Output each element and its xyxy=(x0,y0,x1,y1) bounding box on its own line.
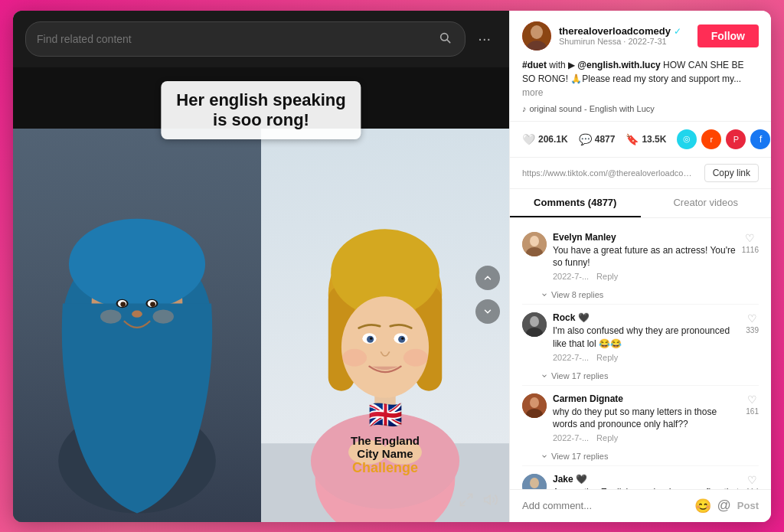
comment-meta: 2022-7-... Reply xyxy=(553,353,740,362)
heart-icon: 🤍 xyxy=(522,133,535,145)
avatar xyxy=(522,21,551,51)
comment-text: You have a great future as an actress! Y… xyxy=(553,244,736,270)
svg-point-7 xyxy=(69,218,205,309)
england-text3: Challenge xyxy=(351,460,420,476)
comment-like-button[interactable]: ♡ 114 xyxy=(746,474,759,488)
chevron-up-icon xyxy=(482,273,493,283)
likes-stat: 🤍 206.1K xyxy=(522,133,568,145)
comment-avatar xyxy=(522,232,547,256)
share-embed-button[interactable]: ◎ xyxy=(677,129,697,149)
tabs-row: Comments (4877) Creator videos xyxy=(510,189,771,218)
comment-item: Evelyn Manley You have a great future as… xyxy=(510,224,771,289)
share-link-button[interactable]: r xyxy=(701,129,721,149)
search-bar: ··· xyxy=(13,11,509,67)
sound-label: original sound - English with Lucy xyxy=(530,104,655,113)
comment-username: Evelyn Manley xyxy=(553,232,736,243)
england-challenge-box: 🇬🇧 The England City Name Challenge xyxy=(351,399,420,476)
comment-item: Rock 🖤 I'm also confused why they are pr… xyxy=(510,305,771,370)
reply-link[interactable]: Reply xyxy=(596,272,618,281)
svg-line-39 xyxy=(461,501,466,505)
bottom-controls xyxy=(459,492,498,511)
comment-like-button[interactable]: ♡ 339 xyxy=(746,312,759,362)
emoji-button[interactable]: 😊 xyxy=(694,498,711,514)
tab-creator-videos[interactable]: Creator videos xyxy=(641,189,772,217)
creator-subname: Shumirun Nessa · 2022-7-31 xyxy=(559,37,690,46)
comment-body: Rock 🖤 I'm also confused why they are pr… xyxy=(553,312,740,362)
video-info: therealoverloadcomedy ✓ Shumirun Nessa ·… xyxy=(510,11,771,122)
comment-like-count: 1116 xyxy=(742,246,759,254)
video-frames: 🇬🇧 The England City Name Challenge xyxy=(13,129,509,522)
comment-like-button[interactable]: ♡ 1116 xyxy=(742,232,759,282)
verified-icon: ✓ xyxy=(674,26,681,37)
comment-body: Carmen Dignate why do they put so many l… xyxy=(553,393,740,443)
avatar-image xyxy=(522,21,551,51)
volume-button[interactable] xyxy=(483,492,498,511)
comment-username: Jake 🖤 xyxy=(553,474,740,485)
comments-stat: 💬 4877 xyxy=(579,133,616,145)
comment-like-count: 339 xyxy=(746,326,759,335)
link-row: https://www.tiktok.com/@therealoverloadc… xyxy=(510,158,771,189)
comment-icon: 💬 xyxy=(579,133,592,145)
caption-box: Her english speaking is soo rong! xyxy=(161,81,361,139)
svg-point-42 xyxy=(531,25,543,39)
heart-icon: ♡ xyxy=(747,474,757,486)
search-icon-button[interactable] xyxy=(436,28,454,50)
svg-line-38 xyxy=(468,494,472,498)
copy-link-button[interactable]: Copy link xyxy=(704,164,759,182)
share-twitter-button[interactable]: P xyxy=(726,129,746,149)
likes-count: 206.1K xyxy=(538,134,568,145)
scroll-up-button[interactable] xyxy=(475,266,500,290)
description-mention: @english.with.lucy xyxy=(577,60,660,70)
comment-meta: 2022-7-... Reply xyxy=(553,272,736,281)
tab-comments[interactable]: Comments (4877) xyxy=(510,189,641,217)
at-mention-button[interactable]: @ xyxy=(717,498,731,514)
scroll-down-button[interactable] xyxy=(475,299,500,324)
comments-list: Evelyn Manley You have a great future as… xyxy=(510,218,771,489)
view-replies-0[interactable]: View 8 replies xyxy=(510,289,771,304)
svg-point-15 xyxy=(100,309,121,323)
main-container: ··· Her english speaking is soo rong! xyxy=(13,11,771,522)
comment-item: Carmen Dignate why do they put so many l… xyxy=(510,386,771,451)
caption-line2: is soo rong! xyxy=(213,110,309,129)
post-comment-button[interactable]: Post xyxy=(737,500,759,511)
svg-line-1 xyxy=(447,40,450,43)
search-input[interactable] xyxy=(37,33,430,45)
comment-text: I'm also confused why they are pronounce… xyxy=(553,325,740,351)
add-comment-bar: 😊 @ Post xyxy=(510,489,771,522)
search-input-wrapper xyxy=(25,21,466,57)
bookmarks-stat: 🔖 13.5K xyxy=(626,133,666,145)
comment-like-button[interactable]: ♡ 161 xyxy=(746,393,759,443)
svg-point-45 xyxy=(530,236,539,246)
svg-point-51 xyxy=(530,397,539,408)
add-comment-input[interactable] xyxy=(522,500,688,511)
comment-date: 2022-7-... xyxy=(553,272,589,281)
comment-text: why do they put so many letters in those… xyxy=(553,406,740,432)
svg-point-12 xyxy=(120,302,126,307)
stats-row: 🤍 206.1K 💬 4877 🔖 13.5K ◎ r P f ✉ ➤ xyxy=(510,122,771,158)
link-url: https://www.tiktok.com/@therealoverloadc… xyxy=(522,168,698,178)
heart-icon: ♡ xyxy=(745,232,755,244)
music-icon: ♪ xyxy=(522,104,527,113)
chevron-down-icon xyxy=(541,372,548,380)
right-panel: therealoverloadcomedy ✓ Shumirun Nessa ·… xyxy=(509,11,771,522)
comment-username: Carmen Dignate xyxy=(553,393,740,404)
heart-icon: ♡ xyxy=(747,393,757,406)
reply-link[interactable]: Reply xyxy=(596,353,618,362)
view-replies-1[interactable]: View 17 replies xyxy=(510,370,771,385)
england-flag: 🇬🇧 xyxy=(351,399,420,431)
more-link[interactable]: more xyxy=(522,87,543,98)
more-options-button[interactable]: ··· xyxy=(472,27,497,51)
view-replies-2[interactable]: View 17 replies xyxy=(510,450,771,465)
caption-line1: Her english speaking xyxy=(176,90,345,109)
follow-button[interactable]: Follow xyxy=(697,24,759,47)
comment-item: Jake 🖤 As a native English speaker I can… xyxy=(510,466,771,488)
share-facebook-button[interactable]: f xyxy=(750,129,770,149)
person-left-illustration xyxy=(13,129,261,522)
chevron-down-icon xyxy=(482,306,493,317)
england-text2: City Name xyxy=(351,447,420,460)
svg-point-48 xyxy=(530,316,539,327)
comment-date: 2022-7-... xyxy=(553,433,589,442)
svg-point-34 xyxy=(403,348,428,366)
reply-link[interactable]: Reply xyxy=(596,433,618,442)
fullscreen-button[interactable] xyxy=(459,492,474,511)
